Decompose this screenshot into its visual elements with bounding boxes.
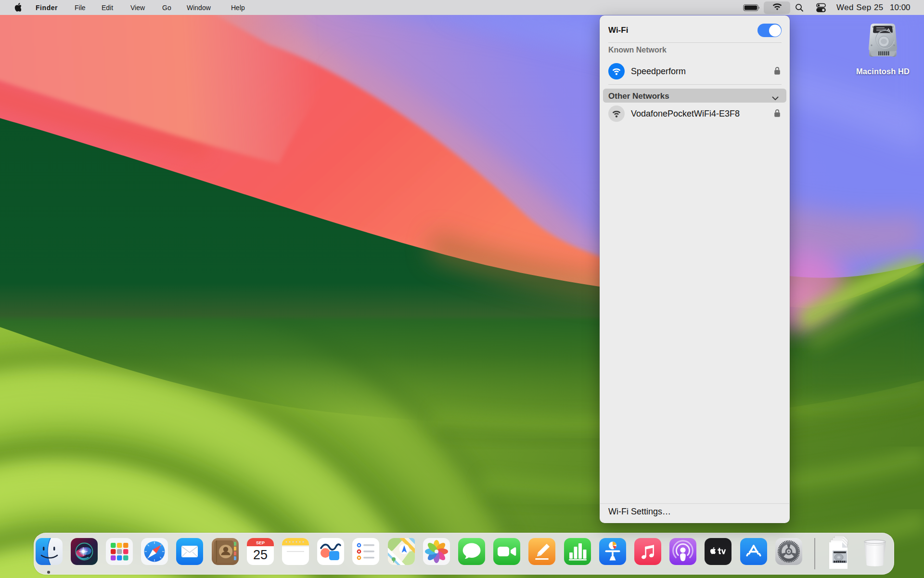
- svg-text:25: 25: [253, 548, 268, 562]
- svg-text:SEP: SEP: [256, 540, 265, 545]
